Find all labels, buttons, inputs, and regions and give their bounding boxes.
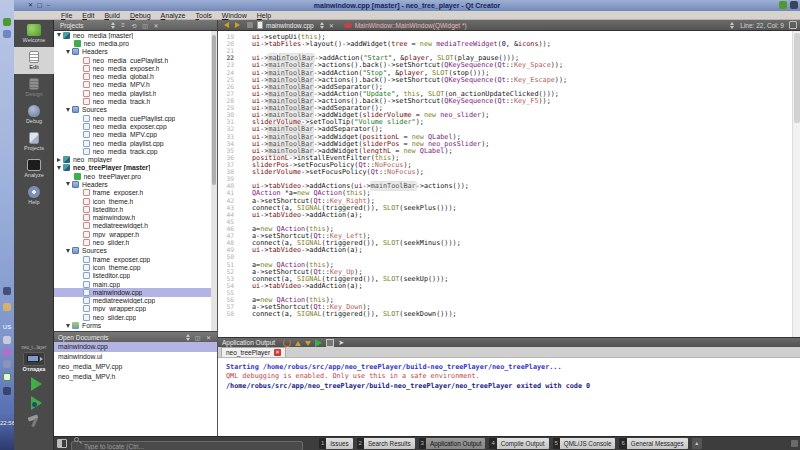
- line-number[interactable]: 58: [218, 310, 238, 317]
- mode-edit[interactable]: Edit: [14, 47, 54, 74]
- tree-row[interactable]: icon_theme.h: [54, 197, 211, 205]
- tree-row[interactable]: mpv_wrapper.h: [54, 230, 211, 238]
- tree-row[interactable]: mediatreewidget.h: [54, 222, 211, 230]
- close-panel-icon[interactable]: ✕: [151, 21, 160, 30]
- mode-help[interactable]: Help: [14, 182, 54, 209]
- tree-row[interactable]: listeditor.h: [54, 205, 211, 213]
- tree-row[interactable]: neo_treePlayer [master]: [54, 164, 211, 172]
- line-number[interactable]: 47: [218, 232, 238, 239]
- tray-window-icon[interactable]: [3, 336, 11, 344]
- line-number[interactable]: 39: [218, 175, 238, 182]
- tree-row[interactable]: neo_treePlayer.pro: [54, 172, 211, 180]
- output-panes-menu-icon[interactable]: ▴: [692, 438, 702, 449]
- filter-icon[interactable]: ≡: [118, 21, 127, 30]
- code-line[interactable]: 40ui->tabVideo->addActions(ui->mainToolB…: [218, 182, 792, 189]
- line-number[interactable]: 44: [218, 211, 238, 218]
- tree-row[interactable]: neo_media_global.h: [54, 72, 211, 80]
- line-number[interactable]: 43: [218, 204, 238, 211]
- line-number[interactable]: 32: [218, 125, 238, 132]
- code-line[interactable]: 38sliderVolume->setFocusPolicy(Qt::NoFoc…: [218, 168, 792, 175]
- code-line[interactable]: 45: [218, 218, 792, 225]
- expand-arrow-icon[interactable]: [66, 324, 70, 328]
- tree-row[interactable]: listeditor.cpp: [54, 272, 211, 280]
- code-line[interactable]: 52a->setShortcut(Qt::Key_Up);: [218, 268, 792, 275]
- code-line[interactable]: 50: [218, 253, 792, 260]
- line-number[interactable]: 28: [218, 97, 238, 104]
- line-number[interactable]: 24: [218, 69, 238, 76]
- line-number[interactable]: 56: [218, 296, 238, 303]
- line-number[interactable]: 40: [218, 182, 238, 189]
- tray-volume-icon[interactable]: [3, 360, 11, 368]
- line-number[interactable]: 21: [218, 47, 238, 54]
- line-number[interactable]: 35: [218, 147, 238, 154]
- code-line[interactable]: 43connect(a, SIGNAL(triggered()), SLOT(s…: [218, 204, 792, 211]
- nav-back-icon[interactable]: [224, 22, 229, 28]
- pointer-icon[interactable]: ➤: [338, 339, 346, 347]
- nav-forward-icon[interactable]: [235, 22, 240, 28]
- open-document-item[interactable]: neo_media_MPV.cpp: [54, 362, 217, 372]
- line-number[interactable]: 33: [218, 133, 238, 140]
- code-line[interactable]: 34ui->mainToolBar->addWidget(sliderPos =…: [218, 140, 792, 147]
- open-document-item[interactable]: mainwindow.ui: [54, 352, 217, 362]
- split-editor-icon[interactable]: [789, 21, 797, 29]
- tree-row[interactable]: neo_media_cuePlaylist.h: [54, 56, 211, 64]
- panel-combo-icon[interactable]: [111, 22, 116, 29]
- tree-row[interactable]: neo_media_playlist.cpp: [54, 139, 211, 147]
- line-number[interactable]: 38: [218, 168, 238, 175]
- tray-picture-icon[interactable]: [3, 303, 11, 311]
- line-number[interactable]: 20: [218, 40, 238, 47]
- opendocs-split-icon[interactable]: ◫: [193, 333, 202, 342]
- tray-purple-icon[interactable]: [3, 348, 11, 356]
- line-number[interactable]: 19: [218, 33, 238, 40]
- open-documents-icon[interactable]: [247, 22, 253, 28]
- tree-row[interactable]: neo_media_MPV.h: [54, 81, 211, 89]
- mode-debug[interactable]: Debug: [14, 101, 54, 128]
- code-line[interactable]: 57a->setShortcut(Qt::Key_Down);: [218, 303, 792, 310]
- output-pane-button-1[interactable]: 1Issues: [319, 438, 353, 449]
- line-number[interactable]: 30: [218, 111, 238, 118]
- opendocs-combo-icon[interactable]: [186, 334, 191, 341]
- code-line[interactable]: 54ui->tabVideo->addAction(a);: [218, 282, 792, 289]
- line-number[interactable]: 52: [218, 268, 238, 275]
- clock[interactable]: 22:56: [0, 420, 14, 427]
- line-number[interactable]: 37: [218, 161, 238, 168]
- code-line[interactable]: 20ui->tabFiles->layout()->addWidget(tree…: [218, 40, 792, 47]
- projects-panel-title[interactable]: Projects: [60, 22, 83, 29]
- menu-build[interactable]: Build: [99, 11, 125, 20]
- line-number[interactable]: 25: [218, 76, 238, 83]
- tree-row[interactable]: neo_media_MPV.cpp: [54, 131, 211, 139]
- code-line[interactable]: 49ui->tabVideo->addAction(a);: [218, 246, 792, 253]
- tray-green-icon[interactable]: [3, 373, 11, 381]
- keyboard-layout-indicator[interactable]: US: [0, 324, 14, 331]
- code-line[interactable]: 25ui->mainToolBar->actions().back()->set…: [218, 76, 792, 83]
- expand-arrow-icon[interactable]: [66, 108, 70, 112]
- line-number[interactable]: 51: [218, 261, 238, 268]
- menu-tools[interactable]: Tools: [191, 11, 217, 20]
- debug-run-button[interactable]: [31, 396, 42, 410]
- line-number[interactable]: 55: [218, 289, 238, 296]
- output-pane-button-6[interactable]: 6General Messages: [619, 438, 687, 449]
- code-line[interactable]: 58connect(a, SIGNAL(triggered()), SLOT(s…: [218, 310, 792, 317]
- menu-file[interactable]: File: [56, 11, 77, 20]
- tray-tool-icon[interactable]: [3, 387, 11, 395]
- line-number[interactable]: 29: [218, 104, 238, 111]
- tray-network-icon[interactable]: [3, 287, 11, 295]
- line-number[interactable]: 45: [218, 218, 238, 225]
- code-line[interactable]: 51a=new QAction(this);: [218, 261, 792, 268]
- toggle-sidebar-icon[interactable]: [57, 439, 67, 448]
- opendocs-close-icon[interactable]: ✕: [204, 333, 213, 342]
- code-line[interactable]: 24ui->mainToolBar->addAction("Stop", &pl…: [218, 69, 792, 76]
- menu-analyze[interactable]: Analyze: [156, 11, 191, 20]
- prev-item-icon[interactable]: [295, 341, 301, 346]
- projects-scrollbar[interactable]: [211, 31, 217, 331]
- line-number[interactable]: 23: [218, 61, 238, 68]
- tree-row[interactable]: neo_slider.h: [54, 238, 211, 246]
- tree-row[interactable]: neo_slider.cpp: [54, 313, 211, 321]
- code-line[interactable]: 37sliderPos->setFocusPolicy(Qt::NoFocus)…: [218, 161, 792, 168]
- code-line[interactable]: 35ui->mainToolBar->addWidget(lengthL = n…: [218, 147, 792, 154]
- run-output-icon[interactable]: [315, 339, 322, 347]
- code-line[interactable]: 27ui->mainToolBar->addAction("Update", t…: [218, 90, 792, 97]
- close-file-icon[interactable]: ✕: [327, 21, 336, 30]
- line-number[interactable]: 36: [218, 154, 238, 161]
- tree-row[interactable]: neo_media_track.cpp: [54, 147, 211, 155]
